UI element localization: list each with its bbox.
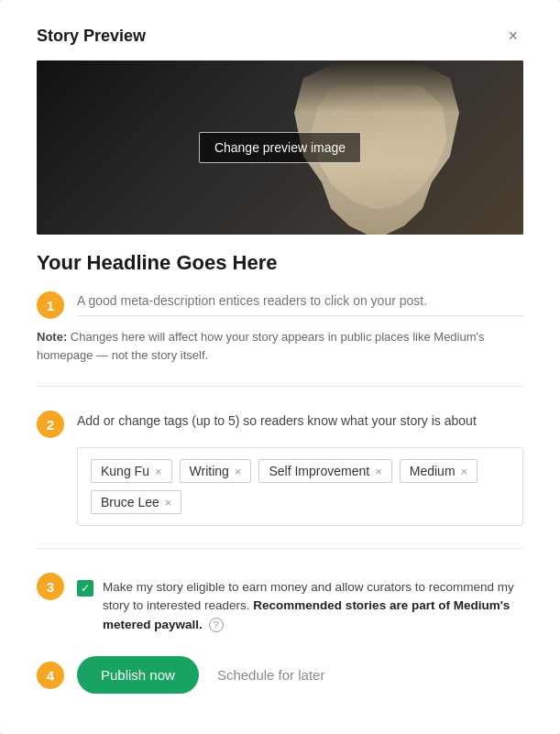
modal-title: Story Preview: [37, 27, 146, 46]
step2-label: Add or change tags (up to 5) so readers …: [77, 412, 523, 431]
tag-medium: Medium ×: [400, 459, 478, 483]
note-label: Note:: [37, 330, 67, 344]
step2-row: 2 Add or change tags (up to 5) so reader…: [37, 409, 523, 438]
tag-selfimprovement: Self Improvement ×: [258, 459, 391, 483]
meta-description-input[interactable]: [77, 290, 523, 316]
tag-label: Self Improvement: [269, 464, 369, 478]
step3-circle: 3: [37, 573, 64, 600]
tag-writing: Writing ×: [180, 459, 252, 483]
help-icon[interactable]: ?: [209, 618, 224, 632]
tag-remove-selfimprovement[interactable]: ×: [375, 466, 382, 477]
close-button[interactable]: ×: [502, 26, 523, 46]
publish-now-button[interactable]: Publish now: [77, 656, 199, 694]
checkmark-icon: ✓: [81, 583, 90, 594]
step3-row: 3 ✓ Make my story eligible to earn money…: [37, 571, 523, 634]
preview-image-container[interactable]: Change preview image: [37, 60, 523, 235]
step1-note: Note: Changes here will affect how your …: [37, 328, 523, 364]
step1-section: 1 Note: Changes here will affect how you…: [37, 290, 523, 364]
divider-1: [37, 386, 523, 387]
tag-label: Medium: [410, 464, 456, 478]
story-preview-modal: Story Preview × Change preview image You…: [0, 0, 560, 734]
checkbox-label: Make my story eligible to earn money and…: [103, 578, 523, 634]
tag-brucelee: Bruce Lee ×: [91, 490, 181, 514]
tags-container[interactable]: Kung Fu × Writing × Self Improvement × M…: [77, 447, 523, 526]
note-body: Changes here will affect how your story …: [37, 330, 485, 362]
step4-circle: 4: [37, 662, 64, 689]
tag-remove-kungfu[interactable]: ×: [155, 466, 162, 477]
step1-circle: 1: [37, 291, 64, 319]
tag-label: Kung Fu: [101, 464, 149, 478]
step1-row: 1: [37, 290, 523, 319]
tag-label: Writing: [190, 464, 229, 478]
tag-remove-brucelee[interactable]: ×: [165, 497, 172, 509]
tag-label: Bruce Lee: [101, 495, 159, 509]
checkbox-container: ✓ Make my story eligible to earn money a…: [77, 578, 523, 634]
change-preview-image-button[interactable]: Change preview image: [199, 132, 361, 163]
step4-row: 4 Publish now Schedule for later: [37, 656, 523, 694]
eligibility-checkbox[interactable]: ✓: [77, 580, 93, 597]
tag-remove-medium[interactable]: ×: [461, 466, 468, 477]
modal-header: Story Preview ×: [37, 26, 523, 46]
step3-section: 3 ✓ Make my story eligible to earn money…: [37, 571, 523, 634]
tag-remove-writing[interactable]: ×: [235, 466, 242, 477]
story-headline: Your Headline Goes Here: [37, 251, 523, 275]
schedule-for-later-button[interactable]: Schedule for later: [217, 667, 325, 683]
actions-row: Publish now Schedule for later: [77, 656, 324, 694]
step2-circle: 2: [37, 411, 64, 438]
step2-section: 2 Add or change tags (up to 5) so reader…: [37, 409, 523, 526]
tag-kungfu: Kung Fu ×: [91, 459, 172, 483]
divider-2: [37, 548, 523, 549]
